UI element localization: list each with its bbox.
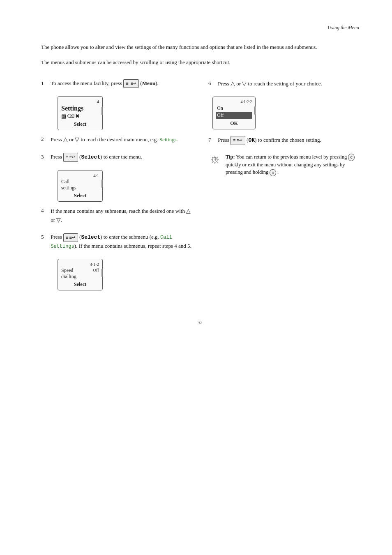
two-column-layout: 1 To access the menu facility, press ≡↵ … xyxy=(41,79,359,296)
step-6-nav-down: ▽ xyxy=(242,81,247,87)
step-3: 3 Press ≡↵ (Select) to enter the menu. xyxy=(41,153,192,162)
page-header: Using the Menu xyxy=(41,25,359,31)
intro-paragraph-2: The menus and submenus can be accessed b… xyxy=(41,58,359,67)
step-7: 7 Press ≡↵ (OK) to confirm the chosen se… xyxy=(208,136,359,145)
display-4-off: Off xyxy=(216,112,252,119)
tip-text-2: quickly or exit the menu without changin… xyxy=(226,162,345,175)
step-4: 4 If the menu contains any submenus, rea… xyxy=(41,207,192,225)
step-2-nav-up: △ xyxy=(63,136,68,143)
display-4-num: 4·1·2·2 xyxy=(216,99,252,104)
tip-lightbulb-icon: ✱ xyxy=(208,154,221,167)
display-3-num: 4·1·2 xyxy=(61,262,99,267)
display-2-select: Select xyxy=(61,193,99,199)
step-1-number: 1 xyxy=(41,79,49,88)
step-3-key: ≡↵ xyxy=(63,153,78,162)
display-1-icon2: ⌫ xyxy=(67,113,74,120)
step-2-number: 2 xyxy=(41,135,49,144)
tip-content: Tip: You can return to the previous menu… xyxy=(226,153,359,176)
intro-paragraph-1: The phone allows you to alter and view t… xyxy=(41,43,359,52)
menu-key-icon: ≡↵ xyxy=(123,79,139,88)
right-column: 6 Press △ or ▽ to reach the setting of y… xyxy=(208,79,359,296)
step-3-number: 3 xyxy=(41,153,49,161)
step-7-number: 7 xyxy=(208,136,217,145)
step-4-content: If the menu contains any submenus, reach… xyxy=(51,207,191,225)
step-5-number: 5 xyxy=(41,233,49,242)
display-on-off: 4·1·2·2 On Off OK xyxy=(212,97,256,129)
tip-key-c-2: c xyxy=(270,169,276,176)
display-settings: 4 Settings ▩ ⌫ ✖ Select xyxy=(58,96,103,130)
page-container: Using the Menu The phone allows you to a… xyxy=(0,0,392,555)
step-1: 1 To access the menu facility, press ≡↵ … xyxy=(41,79,192,88)
display-2-num: 4·1 xyxy=(61,173,99,178)
display-1-select: Select xyxy=(61,121,99,127)
step-5-key: ≡↵ xyxy=(63,233,78,242)
step-7-key: ≡↵ xyxy=(231,136,245,145)
step-2: 2 Press △ or ▽ to reach the desired main… xyxy=(41,135,192,144)
step-3-select-label: Select xyxy=(81,154,100,160)
display-4-ok: OK xyxy=(216,120,252,127)
tip-box: ✱ Tip: You can return to the previous me… xyxy=(208,153,359,176)
step-2-content: Press △ or ▽ to reach the desired main m… xyxy=(51,135,191,144)
display-1-icon3: ✖ xyxy=(75,113,80,120)
display-3-right: Off xyxy=(93,267,99,272)
step-6-number: 6 xyxy=(208,79,217,88)
step-6-nav-up: △ xyxy=(231,81,235,87)
display-speed-dialling: 4·1·2 Speeddialling Off Select xyxy=(58,259,103,290)
tip-label: Tip: xyxy=(226,154,235,160)
step-2-example: Settings xyxy=(159,136,177,143)
left-column: 1 To access the menu facility, press ≡↵ … xyxy=(41,79,192,296)
display-1-icons: ▩ ⌫ ✖ xyxy=(61,113,99,120)
tip-key-c-1: c xyxy=(348,154,355,161)
svg-line-6 xyxy=(217,162,218,163)
step-6-content: Press △ or ▽ to reach the setting of you… xyxy=(218,79,359,88)
header-title: Using the Menu xyxy=(327,25,359,30)
display-1-title: Settings xyxy=(61,105,99,112)
step-4-nav-up: △ xyxy=(186,208,191,214)
svg-line-8 xyxy=(212,162,213,163)
step-1-menu-label: Menu xyxy=(142,80,156,86)
display-1-icon1: ▩ xyxy=(61,113,66,120)
step-2-nav-down: ▽ xyxy=(75,136,79,143)
step-5-content: Press ≡↵ (Select) to enter the submenu (… xyxy=(51,233,191,251)
svg-line-5 xyxy=(212,157,213,158)
display-2-body: Callsettings xyxy=(61,179,99,191)
display-call-settings: 4·1 Callsettings Select xyxy=(58,170,103,202)
display-1-num: 4 xyxy=(61,99,99,104)
svg-text:✱: ✱ xyxy=(214,157,217,161)
display-3-select: Select xyxy=(61,281,99,288)
tip-text-1: You can return to the previous menu leve… xyxy=(236,154,348,160)
step-3-content: Press ≡↵ (Select) to enter the menu. xyxy=(51,153,191,162)
step-4-nav-down: ▽ xyxy=(56,217,61,223)
display-3-body: Speeddialling xyxy=(61,267,76,280)
copyright-symbol: © xyxy=(41,320,359,325)
display-4-on: On xyxy=(216,105,252,112)
step-5: 5 Press ≡↵ (Select) to enter the submenu… xyxy=(41,233,192,251)
svg-line-7 xyxy=(217,157,218,158)
tip-text-3: . xyxy=(277,169,279,175)
step-7-ok-label: OK xyxy=(248,137,255,143)
step-4-number: 4 xyxy=(41,207,49,215)
step-6: 6 Press △ or ▽ to reach the setting of y… xyxy=(208,79,359,88)
step-7-content: Press ≡↵ (OK) to confirm the chosen sett… xyxy=(218,136,359,145)
copyright-text: © xyxy=(198,320,202,325)
step-1-content: To access the menu facility, press ≡↵ (M… xyxy=(51,79,191,88)
step-5-select-label: Select xyxy=(81,234,100,240)
